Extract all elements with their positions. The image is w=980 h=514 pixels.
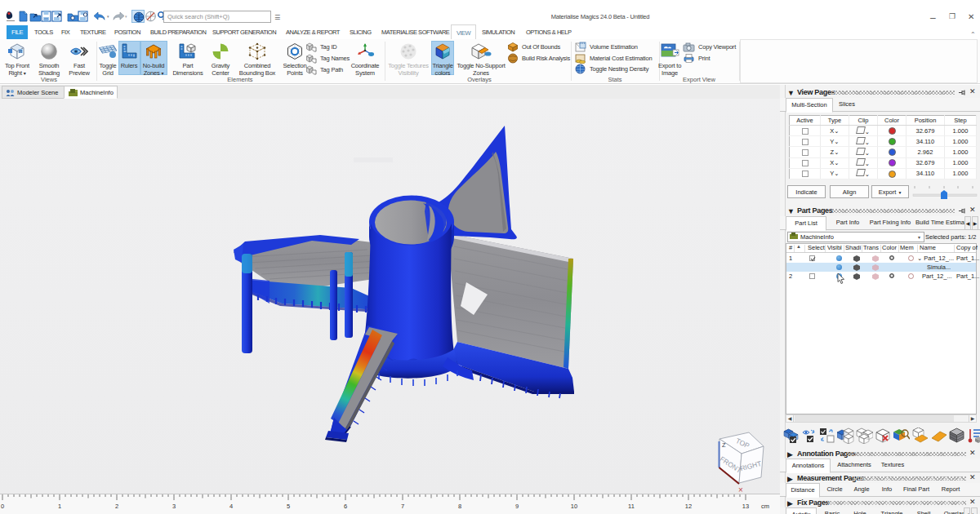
svg-text:4: 4	[229, 503, 233, 510]
svg-text:0: 0	[1, 503, 4, 510]
svg-text:11: 11	[628, 503, 635, 510]
svg-text:7: 7	[401, 503, 404, 510]
svg-text:13: 13	[742, 503, 749, 510]
svg-text:2: 2	[115, 503, 118, 510]
svg-text:9: 9	[515, 503, 519, 510]
svg-text:5: 5	[287, 503, 290, 510]
svg-text:cm: cm	[761, 503, 769, 510]
svg-text:1: 1	[58, 503, 61, 510]
svg-text:3: 3	[172, 503, 176, 510]
svg-text:6: 6	[344, 503, 347, 510]
svg-text:8: 8	[458, 503, 461, 510]
svg-text:F: F	[12, 52, 16, 57]
svg-text:10: 10	[571, 503, 577, 510]
svg-text:Z: Z	[722, 441, 726, 449]
svg-text:12: 12	[685, 503, 692, 510]
